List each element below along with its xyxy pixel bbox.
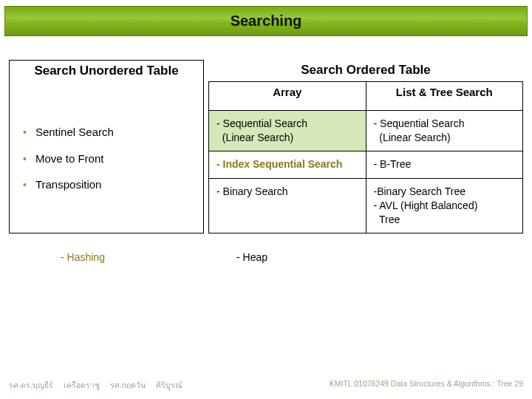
note-heap: - Heap (204, 251, 528, 263)
slide-footer: รศ.ดร.บุญธีร์ เครือตราชู รศ.กฤตวัน ศิริบ… (0, 379, 532, 392)
cell-binary-search: - Binary Search (208, 179, 366, 233)
grid-row: - Sequential Search (Linear Search) - Se… (208, 111, 523, 151)
subheaders-right: Array List & Tree Search (208, 81, 523, 111)
main-content: • Sentinel Search • Move to Front • Tran… (0, 111, 532, 233)
slide-title: Searching (4, 6, 528, 36)
bullet-label: Transposition (35, 178, 102, 191)
header-unordered: Search Unordered Table (9, 60, 204, 81)
subheader-array: Array (208, 81, 366, 111)
cell-text: - Sequential Search (216, 117, 358, 131)
cell-text: - AVL (Hight Balanced) (374, 199, 516, 213)
cell-index-sequential: - Index Sequential Search (208, 151, 366, 179)
footer-authors: รศ.ดร.บุญธีร์ เครือตราชู รศ.กฤตวัน ศิริบ… (9, 379, 193, 392)
cell-array-sequential: - Sequential Search (Linear Search) (208, 111, 366, 151)
author-name: รศ.ดร.บุญธีร์ (9, 379, 53, 392)
grid-row: - Binary Search -Binary Search Tree - AV… (208, 179, 523, 233)
author-name: รศ.กฤตวัน (110, 379, 146, 392)
author-name: เครือตราชู (64, 379, 100, 392)
ordered-grid: - Sequential Search (Linear Search) - Se… (208, 111, 523, 233)
cell-text: (Linear Search) (216, 131, 358, 145)
grid-row: - Index Sequential Search - B-Tree (208, 151, 523, 179)
cell-text: -Binary Search Tree (374, 185, 516, 199)
column-headers-row: Search Unordered Table Search Ordered Ta… (0, 60, 532, 81)
cell-bst-avl: -Binary Search Tree - AVL (Hight Balance… (366, 179, 524, 233)
unordered-list-box: • Sentinel Search • Move to Front • Tran… (9, 111, 204, 233)
cell-list-sequential: - Sequential Search (Linear Search) (366, 111, 524, 151)
cell-text: - Sequential Search (374, 117, 516, 131)
bottom-notes: - Hashing - Heap (4, 251, 528, 263)
bullet-item: • Sentinel Search (23, 126, 194, 140)
footer-course-info: KMITL 01076249 Data Structures & Algorit… (330, 379, 523, 392)
bullet-icon: • (23, 152, 27, 167)
bullet-label: Move to Front (35, 152, 104, 165)
bullet-icon: • (23, 126, 27, 140)
subheaders-row: Array List & Tree Search (0, 81, 532, 111)
bullet-item: • Transposition (23, 178, 194, 193)
cell-btree: - B-Tree (366, 151, 524, 179)
bullet-icon: • (23, 178, 27, 193)
header-ordered: Search Ordered Table (208, 60, 523, 81)
bullet-item: • Move to Front (23, 152, 194, 167)
bullet-label: Sentinel Search (35, 126, 114, 138)
subheader-list-tree: List & Tree Search (366, 81, 524, 111)
cell-text: Tree (374, 213, 516, 227)
cell-text: (Linear Search) (374, 131, 516, 145)
subheader-spacer (9, 81, 204, 111)
author-name: ศิริบูรณ์ (156, 379, 183, 392)
note-hashing: - Hashing (9, 251, 204, 263)
